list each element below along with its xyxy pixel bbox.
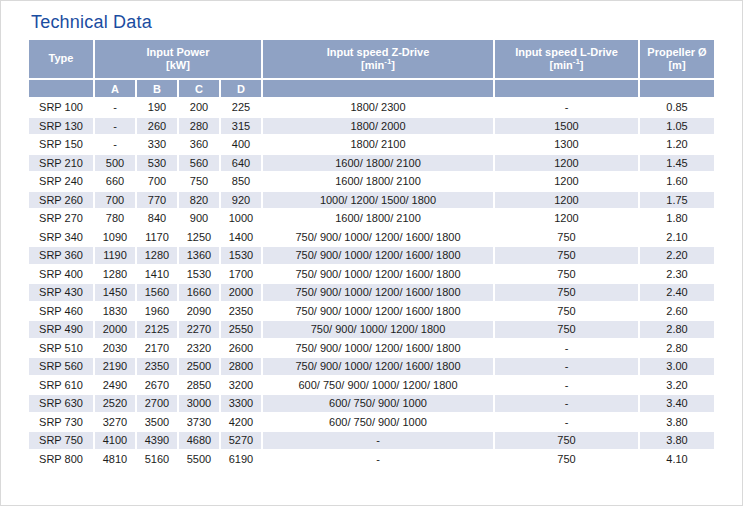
cell-power-c: 2320 xyxy=(179,340,219,357)
cell-power-d: 2800 xyxy=(221,358,261,375)
cell-power-b: 2670 xyxy=(137,377,177,394)
cell-z-drive-speed: 1600/ 1800/ 2100 xyxy=(263,210,493,227)
cell-power-c: 2850 xyxy=(179,377,219,394)
cell-power-d: 1000 xyxy=(221,210,261,227)
cell-z-drive-speed: 750/ 900/ 1000/ 1200/ 1600/ 1800 xyxy=(263,229,493,246)
table-row: SRP 2105005305606401600/ 1800/ 210012001… xyxy=(29,155,714,172)
cell-power-b: 840 xyxy=(137,210,177,227)
cell-power-b: 1170 xyxy=(137,229,177,246)
cell-propeller-diameter: 1.75 xyxy=(640,192,714,209)
cell-power-c: 750 xyxy=(179,173,219,190)
cell-z-drive-speed: 750/ 900/ 1000/ 1200/ 1800 xyxy=(263,321,493,338)
cell-type: SRP 130 xyxy=(29,118,93,135)
cell-power-b: 1410 xyxy=(137,266,177,283)
cell-l-drive-speed: 1300 xyxy=(495,136,638,153)
cell-power-d: 400 xyxy=(221,136,261,153)
cell-power-d: 3300 xyxy=(221,395,261,412)
cell-power-a: 2520 xyxy=(95,395,135,412)
cell-l-drive-speed: - xyxy=(495,99,638,116)
col-header-l-drive: Input speed L-Drive [min-1] xyxy=(495,40,638,78)
cell-z-drive-speed: 600/ 750/ 900/ 1000 xyxy=(263,395,493,412)
cell-power-a: 660 xyxy=(95,173,135,190)
cell-type: SRP 430 xyxy=(29,284,93,301)
table-row: SRP 4902000212522702550750/ 900/ 1000/ 1… xyxy=(29,321,714,338)
propeller-unit: [m] xyxy=(668,59,685,71)
cell-power-b: 4390 xyxy=(137,432,177,449)
cell-type: SRP 800 xyxy=(29,451,93,468)
cell-l-drive-speed: - xyxy=(495,358,638,375)
cell-power-c: 820 xyxy=(179,192,219,209)
cell-power-b: 2125 xyxy=(137,321,177,338)
propeller-label: Propeller Ø xyxy=(647,46,706,58)
cell-power-a: 500 xyxy=(95,155,135,172)
subcol-header-d: D xyxy=(221,80,261,97)
cell-l-drive-speed: 750 xyxy=(495,303,638,320)
table-row: SRP 7303270350037304200600/ 750/ 900/ 10… xyxy=(29,414,714,431)
cell-type: SRP 730 xyxy=(29,414,93,431)
cell-z-drive-speed: 750/ 900/ 1000/ 1200/ 1600/ 1800 xyxy=(263,303,493,320)
cell-power-d: 2000 xyxy=(221,284,261,301)
table-row: SRP 8004810516055006190-7504.10 xyxy=(29,451,714,468)
z-drive-unit: [min-1] xyxy=(361,59,395,71)
cell-l-drive-speed: 750 xyxy=(495,284,638,301)
input-power-unit: [kW] xyxy=(166,59,190,71)
cell-power-a: 1090 xyxy=(95,229,135,246)
table-row: SRP 7504100439046805270-7503.80 xyxy=(29,432,714,449)
cell-power-d: 1400 xyxy=(221,229,261,246)
header-row-main: Type Input Power [kW] Input speed Z-Driv… xyxy=(29,40,714,78)
cell-power-c: 1250 xyxy=(179,229,219,246)
cell-type: SRP 270 xyxy=(29,210,93,227)
cell-power-a: 3270 xyxy=(95,414,135,431)
cell-l-drive-speed: 750 xyxy=(495,432,638,449)
cell-power-c: 3730 xyxy=(179,414,219,431)
table-row: SRP 2607007708209201000/ 1200/ 1500/ 180… xyxy=(29,192,714,209)
cell-power-c: 560 xyxy=(179,155,219,172)
cell-power-c: 2090 xyxy=(179,303,219,320)
cell-power-b: 2350 xyxy=(137,358,177,375)
cell-type: SRP 510 xyxy=(29,340,93,357)
cell-power-d: 3200 xyxy=(221,377,261,394)
cell-power-d: 2550 xyxy=(221,321,261,338)
cell-z-drive-speed: 1800/ 2300 xyxy=(263,99,493,116)
col-header-propeller: Propeller Ø [m] xyxy=(640,40,714,78)
cell-propeller-diameter: 4.10 xyxy=(640,451,714,468)
cell-power-c: 280 xyxy=(179,118,219,135)
cell-z-drive-speed: 750/ 900/ 1000/ 1200/ 1600/ 1800 xyxy=(263,247,493,264)
table-row: SRP 3601190128013601530750/ 900/ 1000/ 1… xyxy=(29,247,714,264)
cell-propeller-diameter: 3.80 xyxy=(640,414,714,431)
table-row: SRP 130-2602803151800/ 200015001.05 xyxy=(29,118,714,135)
cell-power-a: 4810 xyxy=(95,451,135,468)
cell-power-a: 780 xyxy=(95,210,135,227)
cell-propeller-diameter: 1.80 xyxy=(640,210,714,227)
cell-power-c: 1360 xyxy=(179,247,219,264)
cell-power-a: 4100 xyxy=(95,432,135,449)
cell-power-d: 1700 xyxy=(221,266,261,283)
cell-power-b: 3500 xyxy=(137,414,177,431)
cell-l-drive-speed: 750 xyxy=(495,229,638,246)
cell-power-b: 1280 xyxy=(137,247,177,264)
cell-power-b: 1560 xyxy=(137,284,177,301)
cell-type: SRP 240 xyxy=(29,173,93,190)
subcol-header-empty-type xyxy=(29,80,93,97)
cell-z-drive-speed: 600/ 750/ 900/ 1000/ 1200/ 1800 xyxy=(263,377,493,394)
table-row: SRP 6102490267028503200600/ 750/ 900/ 10… xyxy=(29,377,714,394)
table-row: SRP 4601830196020902350750/ 900/ 1000/ 1… xyxy=(29,303,714,320)
cell-power-a: 2030 xyxy=(95,340,135,357)
cell-propeller-diameter: 1.05 xyxy=(640,118,714,135)
cell-power-d: 920 xyxy=(221,192,261,209)
cell-power-a: 2490 xyxy=(95,377,135,394)
cell-power-a: - xyxy=(95,99,135,116)
cell-power-d: 640 xyxy=(221,155,261,172)
table-row: SRP 4001280141015301700750/ 900/ 1000/ 1… xyxy=(29,266,714,283)
cell-power-b: 2700 xyxy=(137,395,177,412)
cell-power-b: 330 xyxy=(137,136,177,153)
cell-l-drive-speed: 750 xyxy=(495,266,638,283)
cell-l-drive-speed: 1200 xyxy=(495,192,638,209)
table-row: SRP 100-1902002251800/ 2300-0.85 xyxy=(29,99,714,116)
cell-power-d: 315 xyxy=(221,118,261,135)
cell-power-a: 2190 xyxy=(95,358,135,375)
cell-z-drive-speed: 750/ 900/ 1000/ 1200/ 1600/ 1800 xyxy=(263,266,493,283)
cell-propeller-diameter: 2.10 xyxy=(640,229,714,246)
cell-propeller-diameter: 1.20 xyxy=(640,136,714,153)
col-header-input-power: Input Power [kW] xyxy=(95,40,261,78)
